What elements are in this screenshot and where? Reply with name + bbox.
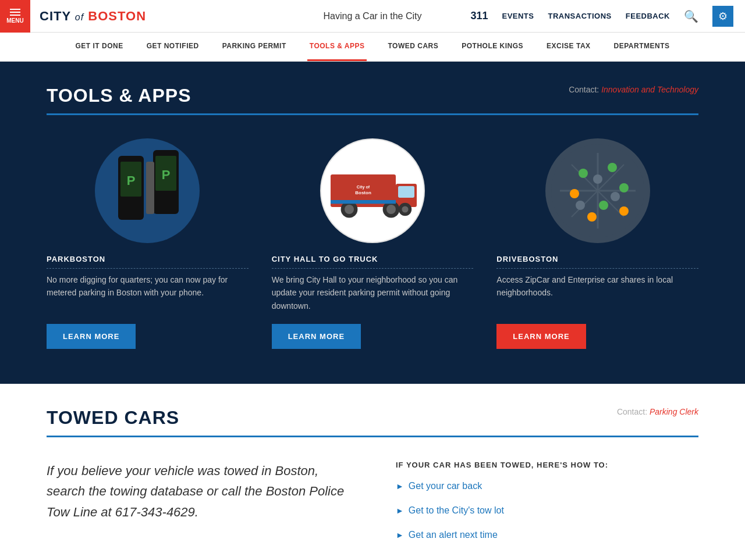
events-link[interactable]: EVENTS — [502, 12, 534, 20]
driveboston-map-graphic — [548, 141, 647, 240]
subnav: GET IT DONE GET NOTIFIED PARKING PERMIT … — [0, 33, 745, 62]
driveboston-learn-more-button[interactable]: LEARN MORE — [496, 324, 586, 349]
towed-section-header: TOWED CARS Contact: Parking Clerk — [47, 407, 698, 437]
logo-of: of — [75, 12, 84, 22]
towed-link-item-1: ► Get your car back — [396, 481, 698, 491]
parkboston-image: P P — [95, 138, 200, 243]
parkboston-learn-more-button[interactable]: LEARN MORE — [47, 324, 136, 349]
tools-grid: P P PARKBOSTON No more digging for quart… — [47, 138, 698, 349]
tools-apps-section: TOOLS & APPS Contact: Innovation and Tec… — [0, 62, 745, 384]
get-to-tow-lot-link[interactable]: Get to the City's tow lot — [409, 505, 504, 516]
tools-section-title: TOOLS & APPS — [47, 85, 191, 106]
driveboston-desc: Access ZipCar and Enterprise car shares … — [496, 273, 698, 312]
tools-contact: Contact: Innovation and Technology — [569, 85, 698, 94]
svg-point-30 — [619, 206, 629, 216]
menu-label: MENU — [6, 17, 23, 24]
svg-rect-9 — [398, 186, 414, 198]
cityhall-learn-more-button[interactable]: LEARN MORE — [272, 324, 361, 349]
cityhall-image: City of Boston — [320, 138, 425, 243]
card-cityhall: City of Boston CITY HALL TO GO TRUCK We … — [272, 138, 474, 349]
svg-text:City of: City of — [357, 184, 370, 190]
towed-contact: Contact: Parking Clerk — [617, 407, 698, 416]
arrow-icon-2: ► — [396, 506, 404, 515]
tools-contact-label: Contact: — [569, 85, 599, 94]
subnav-item-towed-cars[interactable]: TOWED CARS — [385, 33, 441, 61]
cityhall-name: CITY HALL TO GO TRUCK — [272, 255, 474, 269]
svg-point-28 — [570, 189, 579, 198]
towed-howto: IF YOUR CAR HAS BEEN TOWED, HERE'S HOW T… — [396, 461, 698, 554]
arrow-icon-1: ► — [396, 481, 404, 491]
parkboston-name: PARKBOSTON — [47, 255, 249, 269]
svg-point-25 — [608, 163, 617, 172]
card-driveboston: DRIVEBOSTON Access ZipCar and Enterprise… — [496, 138, 698, 349]
search-icon[interactable]: 🔍 — [684, 9, 698, 23]
svg-point-15 — [386, 205, 396, 214]
cityhall-truck-graphic: City of Boston — [326, 153, 419, 229]
driveboston-image — [545, 138, 650, 243]
cityhall-desc: We bring City Hall to your neighborhood … — [272, 273, 474, 312]
logo-city: CITY — [40, 9, 71, 23]
svg-text:Boston: Boston — [355, 190, 371, 195]
menu-button[interactable]: MENU — [0, 0, 30, 33]
arrow-icon-3: ► — [396, 530, 404, 540]
svg-point-33 — [611, 192, 620, 201]
svg-rect-6 — [146, 162, 154, 214]
subnav-item-pothole-kings[interactable]: POTHOLE KINGS — [459, 33, 526, 61]
subnav-item-get-notified[interactable]: GET NOTIFIED — [144, 33, 201, 61]
towed-section-title: TOWED CARS — [47, 407, 179, 429]
svg-text:P: P — [162, 167, 171, 182]
towed-link-item-2: ► Get to the City's tow lot — [396, 505, 698, 516]
towed-link-item-3: ► Get an alert next time — [396, 530, 698, 540]
get-alert-next-time-link[interactable]: Get an alert next time — [409, 530, 498, 540]
svg-point-31 — [593, 174, 602, 184]
svg-point-29 — [587, 212, 597, 222]
subnav-item-departments[interactable]: DEPARTMENTS — [612, 33, 672, 61]
svg-point-26 — [619, 183, 629, 192]
towed-contact-label: Contact: — [617, 407, 647, 416]
site-logo[interactable]: CITY of BOSTON — [40, 9, 146, 24]
page-title: Having a Car in the City — [324, 11, 422, 22]
header: MENU CITY of BOSTON Having a Car in the … — [0, 0, 745, 33]
svg-rect-18 — [331, 200, 396, 204]
towed-contact-link[interactable]: Parking Clerk — [650, 407, 698, 416]
parkboston-graphic: P P — [107, 144, 188, 237]
towed-content: If you believe your vehicle was towed in… — [47, 461, 698, 554]
menu-icon — [10, 9, 20, 16]
subnav-item-tools-apps[interactable]: TOOLS & APPS — [307, 33, 367, 61]
gear-icon[interactable]: ⚙ — [712, 6, 733, 27]
svg-point-17 — [402, 206, 408, 212]
svg-point-13 — [345, 205, 354, 214]
get-car-back-link[interactable]: Get your car back — [409, 481, 482, 491]
subnav-item-parking-permit[interactable]: PARKING PERMIT — [220, 33, 289, 61]
transactions-link[interactable]: TRANSACTIONS — [548, 12, 611, 20]
svg-point-27 — [599, 201, 608, 210]
svg-point-32 — [576, 201, 585, 210]
svg-text:P: P — [127, 173, 136, 188]
header-right: 311 EVENTS TRANSACTIONS FEEDBACK 🔍 ⚙ — [470, 6, 733, 27]
311-link[interactable]: 311 — [470, 10, 488, 22]
tools-section-header: TOOLS & APPS Contact: Innovation and Tec… — [47, 85, 698, 115]
subnav-item-excise-tax[interactable]: EXCISE TAX — [544, 33, 593, 61]
svg-point-24 — [579, 169, 588, 178]
card-parkboston: P P PARKBOSTON No more digging for quart… — [47, 138, 249, 349]
towed-description: If you believe your vehicle was towed in… — [47, 461, 349, 554]
subnav-item-get-it-done[interactable]: GET IT DONE — [73, 33, 125, 61]
towed-howto-title: IF YOUR CAR HAS BEEN TOWED, HERE'S HOW T… — [396, 461, 698, 469]
driveboston-name: DRIVEBOSTON — [496, 255, 698, 269]
tools-contact-link[interactable]: Innovation and Technology — [601, 85, 698, 94]
parkboston-desc: No more digging for quarters; you can no… — [47, 273, 249, 312]
towed-cars-section: TOWED CARS Contact: Parking Clerk If you… — [0, 384, 745, 560]
feedback-link[interactable]: FEEDBACK — [626, 12, 670, 20]
logo-boston: BOSTON — [88, 9, 146, 23]
